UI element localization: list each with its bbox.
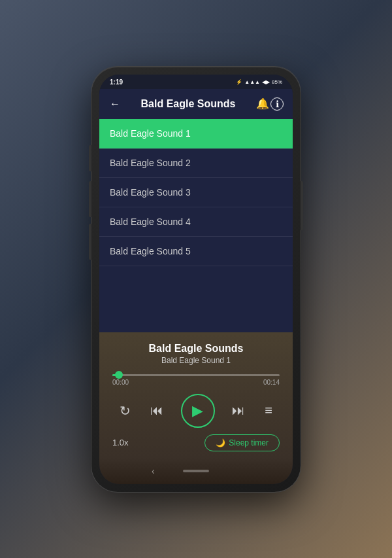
bluetooth-icon: ⚡ bbox=[236, 79, 242, 85]
home-indicator[interactable] bbox=[183, 470, 209, 472]
battery-icon: 85% bbox=[272, 79, 282, 85]
phone-screen: 1:19 ⚡ ▲▲▲ ◀▶ 85% ← Bald Eagle Sounds 🔔 … bbox=[99, 75, 293, 484]
list-item[interactable]: Bald Eagle Sound 1 bbox=[99, 119, 293, 148]
volume-toggle-button[interactable] bbox=[89, 145, 91, 171]
playback-speed[interactable]: 1.0x bbox=[112, 438, 129, 447]
info-icon[interactable]: ℹ bbox=[270, 97, 284, 111]
volume-down-button[interactable] bbox=[89, 224, 91, 260]
player-footer: 1.0x 🌙 Sleep timer bbox=[110, 434, 282, 451]
progress-dot bbox=[115, 371, 123, 379]
moon-icon: 🌙 bbox=[216, 438, 225, 447]
sleep-timer-label: Sleep timer bbox=[229, 438, 269, 447]
player-title: Bald Eagle Sounds bbox=[110, 343, 282, 355]
back-nav-icon[interactable]: ‹ bbox=[152, 466, 155, 476]
signal-icon: ▲▲▲ bbox=[244, 79, 260, 85]
wifi-icon: ◀▶ bbox=[262, 79, 270, 85]
progress-container[interactable]: 00:00 00:14 bbox=[110, 374, 282, 386]
list-item[interactable]: Bald Eagle Sound 2 bbox=[99, 148, 293, 178]
back-button[interactable]: ← bbox=[108, 97, 122, 111]
power-button[interactable] bbox=[301, 181, 303, 230]
list-item[interactable]: Bald Eagle Sound 4 bbox=[99, 207, 293, 237]
list-item[interactable]: Bald Eagle Sound 5 bbox=[99, 237, 293, 266]
progress-times: 00:00 00:14 bbox=[112, 379, 280, 386]
next-button[interactable]: ⏭ bbox=[229, 400, 248, 421]
repeat-button[interactable]: ↻ bbox=[117, 400, 133, 421]
playlist-button[interactable]: ≡ bbox=[262, 400, 275, 421]
play-pause-button[interactable]: ▶ bbox=[181, 394, 215, 428]
status-bar: 1:19 ⚡ ▲▲▲ ◀▶ 85% bbox=[99, 75, 293, 89]
progress-bar-track[interactable] bbox=[112, 374, 280, 376]
progress-start: 00:00 bbox=[112, 379, 129, 386]
sleep-timer-button[interactable]: 🌙 Sleep timer bbox=[204, 434, 280, 451]
status-time: 1:19 bbox=[110, 78, 123, 86]
phone-frame: 1:19 ⚡ ▲▲▲ ◀▶ 85% ← Bald Eagle Sounds 🔔 … bbox=[91, 67, 301, 492]
player-subtitle: Bald Eagle Sound 1 bbox=[110, 356, 282, 365]
progress-end: 00:14 bbox=[263, 379, 280, 386]
play-icon: ▶ bbox=[192, 402, 203, 419]
player-section: Bald Eagle Sounds Bald Eagle Sound 1 00:… bbox=[99, 332, 293, 458]
progress-bar-fill bbox=[112, 374, 119, 376]
notification-bell-icon[interactable]: 🔔 bbox=[255, 96, 270, 111]
previous-button[interactable]: ⏮ bbox=[148, 400, 166, 421]
toolbar-title: Bald Eagle Sounds bbox=[122, 98, 255, 110]
player-controls: ↻ ⏮ ▶ ⏭ ≡ bbox=[110, 394, 282, 428]
volume-up-button[interactable] bbox=[89, 181, 91, 217]
status-icons: ⚡ ▲▲▲ ◀▶ 85% bbox=[236, 79, 282, 85]
list-item[interactable]: Bald Eagle Sound 3 bbox=[99, 178, 293, 207]
navigation-bar: ‹ bbox=[99, 458, 293, 484]
song-list: Bald Eagle Sound 1 Bald Eagle Sound 2 Ba… bbox=[99, 119, 293, 332]
toolbar: ← Bald Eagle Sounds 🔔 ℹ bbox=[99, 89, 293, 119]
